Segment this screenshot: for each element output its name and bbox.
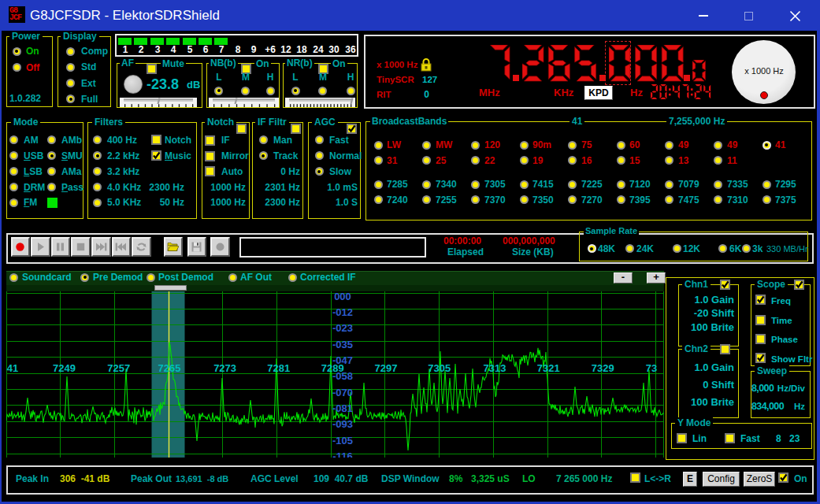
svg-text:-093: -093 — [332, 418, 353, 430]
svg-text:-070: -070 — [332, 387, 353, 398]
svg-text:000: 000 — [334, 291, 351, 302]
svg-text:7321: 7321 — [537, 362, 560, 374]
svg-text:-012: -012 — [332, 306, 353, 318]
svg-text:7273: 7273 — [213, 362, 236, 374]
svg-text:41: 41 — [7, 362, 18, 374]
svg-text:-116: -116 — [332, 450, 352, 458]
svg-text:7249: 7249 — [53, 362, 76, 374]
svg-text:7281: 7281 — [267, 362, 290, 374]
svg-text:7289: 7289 — [321, 362, 344, 374]
svg-text:-035: -035 — [332, 339, 353, 350]
svg-text:7265: 7265 — [158, 362, 181, 374]
svg-text:7305: 7305 — [428, 362, 451, 374]
svg-text:7257: 7257 — [107, 362, 130, 374]
svg-text:73: 73 — [646, 362, 657, 374]
svg-text:7297: 7297 — [375, 362, 398, 374]
svg-text:-023: -023 — [332, 322, 353, 334]
svg-text:-105: -105 — [332, 435, 353, 447]
svg-text:-081: -081 — [332, 402, 353, 414]
svg-text:7329: 7329 — [592, 362, 614, 374]
svg-text:7313: 7313 — [483, 362, 506, 374]
